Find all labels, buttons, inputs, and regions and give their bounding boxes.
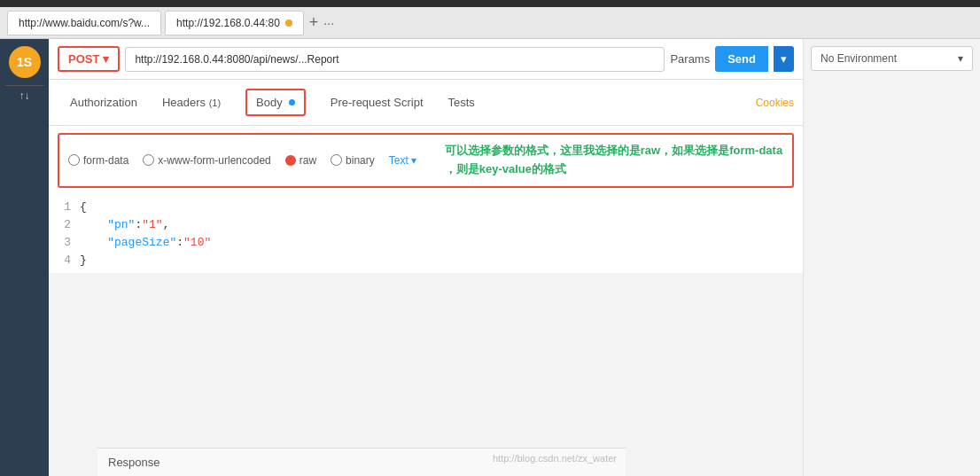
more-tabs-button[interactable]: ··· [323, 16, 334, 30]
tab-headers[interactable]: Headers (1) [150, 87, 233, 118]
code-content[interactable]: { "pn":"1", "pageSize":"10" } [80, 199, 803, 269]
method-chevron: ▾ [103, 52, 109, 66]
tabs-nav: Authorization Headers (1) Body Pre-reque… [49, 80, 803, 126]
code-line-1: { [80, 199, 803, 216]
code-line-3: "pageSize":"10" [80, 234, 803, 252]
binary-option[interactable]: binary [331, 154, 375, 167]
add-tab-button[interactable]: + [304, 13, 324, 32]
tab-item-1[interactable]: http://www.baidu.com/s?w... [7, 11, 161, 35]
sidebar-arrow: ↑↓ [19, 90, 30, 102]
text-format-dropdown[interactable]: Text ▾ [389, 154, 416, 167]
tab-pre-request[interactable]: Pre-request Script [318, 87, 436, 118]
environment-dropdown[interactable]: No Environment ▾ [811, 46, 973, 71]
url-bar: POST ▾ Params Send ▾ [49, 39, 803, 80]
urlencoded-radio[interactable] [143, 154, 154, 166]
tab-authorization[interactable]: Authorization [58, 87, 150, 118]
sidebar-icon: 1S [9, 46, 41, 78]
method-label: POST [68, 52, 99, 66]
tab-tests[interactable]: Tests [436, 87, 487, 118]
content-wrapper: POST ▾ Params Send ▾ Authorization Heade… [49, 39, 803, 476]
cookies-link[interactable]: Cookies [756, 97, 794, 109]
binary-radio[interactable] [331, 154, 342, 166]
sidebar: 1S ↑↓ [0, 39, 49, 476]
code-line-4: } [80, 252, 803, 269]
raw-option[interactable]: raw [285, 154, 316, 167]
send-button[interactable]: Send [715, 46, 768, 72]
code-line-2: "pn":"1", [80, 216, 803, 234]
tab-body[interactable]: Body [233, 80, 318, 125]
headers-badge: (1) [209, 98, 221, 108]
tab-label-1: http://www.baidu.com/s?w... [19, 17, 150, 29]
tab-active-dot [285, 20, 292, 27]
body-options: form-data x-www-form-urlencoded raw bina… [58, 133, 794, 188]
right-panel: No Environment ▾ [803, 39, 980, 476]
tab-bar: http://www.baidu.com/s?w... http://192.1… [0, 7, 980, 39]
code-editor: 1 2 3 4 { "pn":"1", "pageSize":"10" } [58, 195, 803, 273]
annotation-text: 可以选择参数的格式，这里我选择的是raw，如果选择是form-data ，则是k… [445, 142, 782, 179]
url-input[interactable] [125, 47, 665, 72]
line-numbers: 1 2 3 4 [58, 199, 80, 269]
send-dropdown-button[interactable]: ▾ [774, 46, 794, 72]
form-data-radio[interactable] [68, 154, 80, 166]
raw-dot [285, 155, 296, 166]
main-wrapper: 1S ↑↓ POST ▾ Params Send ▾ Authorization [0, 39, 980, 476]
top-bar [0, 0, 980, 7]
method-button[interactable]: POST ▾ [58, 46, 120, 72]
tab-item-2[interactable]: http://192.168.0.44:80 [165, 11, 304, 35]
urlencoded-option[interactable]: x-www-form-urlencoded [143, 154, 270, 167]
params-button[interactable]: Params [670, 52, 710, 66]
body-tab-dot [289, 99, 295, 105]
watermark: http://blog.csdn.net/zx_water [493, 453, 617, 464]
content-area: POST ▾ Params Send ▾ Authorization Heade… [49, 39, 803, 273]
sidebar-divider [5, 85, 44, 86]
tab-label-2: http://192.168.0.44:80 [176, 17, 280, 29]
form-data-option[interactable]: form-data [68, 154, 128, 167]
